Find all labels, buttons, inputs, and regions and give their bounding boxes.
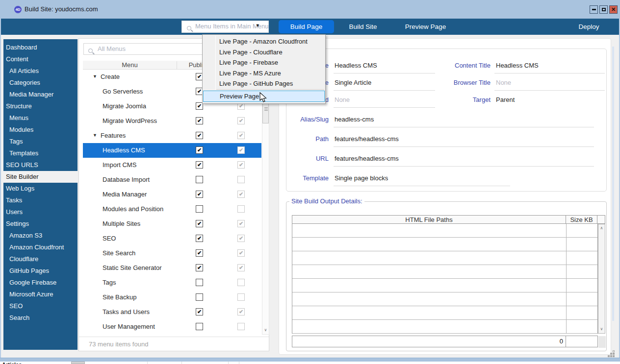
field-underline <box>334 166 594 167</box>
menu-row-site-search[interactable]: Site Search✔✔ <box>83 246 261 261</box>
field-value[interactable]: None <box>496 79 511 86</box>
sidebar-item-media-manager[interactable]: Media Manager <box>1 89 78 100</box>
sidebar-item-all-articles[interactable]: All Articles <box>1 65 78 77</box>
field-value[interactable]: Single page blocks <box>335 174 388 182</box>
menu-row-multiple-sites[interactable]: Multiple Sites✔✔ <box>83 217 261 231</box>
menu-row-label: Headless CMS <box>103 146 145 154</box>
field-value[interactable]: headless-cms <box>335 116 374 123</box>
sidebar-item-structure[interactable]: Structure <box>1 100 78 112</box>
menu-row-tasks-and-users[interactable]: Tasks and Users✔✔ <box>83 305 261 319</box>
menu-row-static-site-generator[interactable]: Static Site Generator✔✔ <box>83 261 261 275</box>
scroll-up-icon[interactable]: ∧ <box>598 224 605 232</box>
menu-row-modules-and-position[interactable]: Modules and Position <box>83 202 261 217</box>
expand-triangle-icon[interactable]: ▼ <box>93 74 97 79</box>
sidebar-item-tags[interactable]: Tags <box>1 136 78 147</box>
menu-row-database-import[interactable]: Database Import <box>83 172 261 187</box>
background-window-sliver: Articles <box>0 362 620 364</box>
sidebar-item-users[interactable]: Users <box>1 206 78 218</box>
sidebar-item-google-firebase[interactable]: Google Firebase <box>1 277 78 289</box>
window-bottom-border <box>0 358 620 362</box>
publish-checkbox[interactable] <box>196 205 203 213</box>
published-checkbox <box>237 279 245 286</box>
sidebar-item-settings[interactable]: Settings <box>1 218 78 230</box>
menu-row-media-manager[interactable]: Media Manager✔✔ <box>83 187 261 202</box>
output-scrollbar[interactable]: ∧ ∨ <box>598 224 605 334</box>
field-label-alias-slug: Alias/Slug <box>286 116 329 123</box>
sidebar-item-microsoft-azure[interactable]: Microsoft Azure <box>1 289 78 300</box>
field-value[interactable]: features/headless-cms <box>335 135 399 143</box>
sidebar-item-github-pages[interactable]: GitHub Pages <box>1 265 78 277</box>
sidebar-item-site-builder[interactable]: Site Builder <box>1 171 78 183</box>
scroll-down-icon[interactable]: ∨ <box>598 325 605 333</box>
sidebar-item-cloudflare[interactable]: Cloudflare <box>1 253 78 265</box>
toolbar-button-build-site[interactable]: Build Site <box>341 20 385 33</box>
scroll-down-icon[interactable]: ∨ <box>262 326 269 334</box>
field-value[interactable]: Parent <box>496 96 515 103</box>
maximize-button[interactable] <box>599 5 608 14</box>
output-table-body <box>292 224 598 334</box>
menu-row-user-management[interactable]: User Management <box>83 319 261 334</box>
field-underline <box>334 146 594 147</box>
expand-triangle-icon[interactable]: ▼ <box>93 133 97 138</box>
field-value[interactable]: Single Article <box>335 79 371 86</box>
sidebar-item-menus[interactable]: Menus <box>1 112 78 124</box>
menu-row-import-cms[interactable]: Import CMS✔✔ <box>83 158 261 172</box>
sidebar-item-content[interactable]: Content <box>1 53 78 65</box>
resize-grip[interactable] <box>613 351 614 352</box>
publish-checkbox[interactable]: ✔ <box>196 220 203 227</box>
sidebar-item-templates[interactable]: Templates <box>1 147 78 159</box>
column-header-html-file-paths[interactable]: HTML File Paths <box>292 216 566 224</box>
toolbar-button-build-page[interactable]: Build Page <box>279 20 334 33</box>
menu-item-live-page-ms-azure[interactable]: Live Page - MS Azure <box>219 68 281 78</box>
menu-row-label: Modules and Position <box>103 205 163 213</box>
menu-row-site-backup[interactable]: Site Backup <box>83 290 261 305</box>
toolbar-button-preview-page[interactable]: Preview Page <box>397 20 454 33</box>
toolbar-button-deploy[interactable]: Deploy <box>568 20 610 33</box>
field-value[interactable]: Headless CMS <box>496 62 539 69</box>
menu-item-live-page-cloudflare[interactable]: Live Page - Cloudflare <box>219 47 283 57</box>
menu-row-features[interactable]: ▼Features✔✔ <box>83 128 261 143</box>
menu-row-seo[interactable]: SEO✔✔ <box>83 231 261 246</box>
column-header-size-kb[interactable]: Size KB <box>566 216 597 224</box>
sidebar-item-web-logs[interactable]: Web Logs <box>1 183 78 194</box>
minimize-button[interactable] <box>590 5 598 14</box>
publish-checkbox[interactable] <box>196 323 203 330</box>
menu-row-migrate-wordpress[interactable]: Migrate WordPress✔✔ <box>83 114 261 128</box>
publish-checkbox[interactable]: ✔ <box>196 146 203 154</box>
field-underline <box>334 107 435 108</box>
menu-item-live-page-firebase[interactable]: Live Page - Firebase <box>219 57 278 68</box>
menu-row-tags[interactable]: Tags <box>83 275 261 290</box>
menu-item-live-page-amazon-cloudfront[interactable]: Live Page - Amazon Cloudfront <box>219 36 308 47</box>
column-header-menu[interactable]: Menu <box>83 61 177 70</box>
sidebar-item-amazon-s3[interactable]: Amazon S3 <box>1 230 78 242</box>
sidebar-item-seo-urls[interactable]: SEO URLS <box>1 159 78 171</box>
sidebar-item-tasks[interactable]: Tasks <box>1 194 78 206</box>
details-panel: eHeadless CMSeSingle ArticledNoneAlias/S… <box>279 38 611 355</box>
sidebar-item-modules[interactable]: Modules <box>1 124 78 136</box>
publish-checkbox[interactable]: ✔ <box>196 191 203 198</box>
publish-checkbox[interactable]: ✔ <box>196 117 203 124</box>
sidebar-item-search[interactable]: Search <box>1 312 78 324</box>
publish-checkbox[interactable]: ✔ <box>196 264 203 271</box>
menu-item-live-page-github-pages[interactable]: Live Page - GitHub Pages <box>219 78 293 89</box>
sidebar-item-dashboard[interactable]: Dashboard <box>1 42 78 53</box>
field-value[interactable]: features/headless-cms <box>335 155 399 162</box>
field-value[interactable]: None <box>335 96 350 103</box>
menu-row-label: Create <box>101 73 120 80</box>
publish-checkbox[interactable] <box>196 293 203 301</box>
publish-checkbox[interactable]: ✔ <box>196 249 203 257</box>
publish-checkbox[interactable]: ✔ <box>196 161 203 169</box>
field-value[interactable]: Headless CMS <box>335 62 377 69</box>
published-checkbox: ✔ <box>237 117 245 124</box>
publish-checkbox[interactable]: ✔ <box>196 308 203 315</box>
close-button[interactable]: ✕ <box>609 5 618 14</box>
sidebar-item-seo[interactable]: SEO <box>1 300 78 312</box>
publish-checkbox[interactable]: ✔ <box>196 235 203 242</box>
publish-checkbox[interactable] <box>196 176 203 183</box>
sidebar-item-categories[interactable]: Categories <box>1 77 78 89</box>
menu-row-headless-cms[interactable]: Headless CMS✔✔ <box>83 143 261 158</box>
publish-checkbox[interactable] <box>196 279 203 286</box>
chevron-down-icon[interactable]: ▼ <box>256 23 260 28</box>
sidebar-item-amazon-cloudfront[interactable]: Amazon Cloudfront <box>1 242 78 253</box>
publish-checkbox[interactable]: ✔ <box>196 132 203 139</box>
